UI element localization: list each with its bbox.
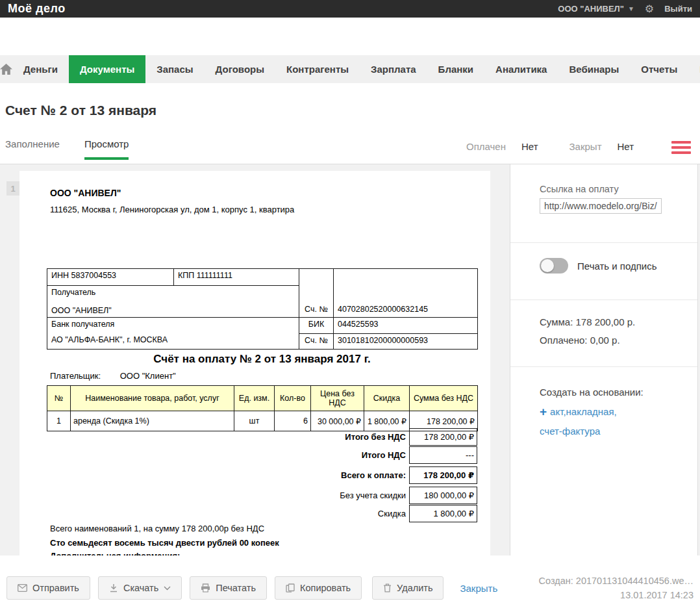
right-sidebar: Ссылка на оплату Печать и подпись Сумма:… bbox=[510, 164, 698, 555]
gear-icon[interactable]: ⚙ bbox=[645, 4, 654, 14]
total-label: Итого НДС bbox=[47, 446, 409, 464]
bik-label-cell: БИК bbox=[299, 318, 334, 334]
payer-name: ООО "Клиент" bbox=[120, 371, 176, 381]
nav-home-button[interactable] bbox=[0, 55, 12, 83]
account-number-cell: 40702802520000632145 bbox=[334, 269, 478, 318]
nav-item-dengi[interactable]: Деньги bbox=[12, 55, 69, 83]
close-link[interactable]: Закрыть bbox=[460, 583, 497, 594]
delete-button[interactable]: Удалить bbox=[372, 576, 444, 600]
chevron-down-icon bbox=[164, 586, 171, 591]
payer-label: Плательщик: bbox=[50, 371, 101, 381]
invoice-summary-line: Всего наименований 1, на сумму 178 200,0… bbox=[50, 524, 264, 533]
nav-item-blanki[interactable]: Бланки bbox=[427, 55, 484, 83]
app-root: Моё дело ООО "АНИВЕЛ" ▼ ⚙ Выйти Деньги Д… bbox=[0, 0, 700, 612]
total-value: 180 000,00 ₽ bbox=[409, 487, 477, 504]
total-row-no-vat: Итого без НДС 178 200,00 ₽ bbox=[47, 428, 477, 446]
col-qty: Кол-во bbox=[275, 386, 311, 411]
total-label: Всего к оплате: bbox=[47, 466, 409, 484]
invoice-additional-info: Дополнительная информация: bbox=[50, 551, 180, 555]
top-bar-right: ООО "АНИВЕЛ" ▼ ⚙ Выйти bbox=[558, 4, 692, 14]
invoice-amount-words: Сто семьдесят восемь тысяч двести рублей… bbox=[50, 538, 279, 548]
bank-details-table: ИНН 5837004553 КПП 111111111 Сч. № 40702… bbox=[47, 268, 478, 350]
download-icon bbox=[109, 583, 118, 593]
create-from-label: Создать на основании: bbox=[540, 387, 644, 398]
envelope-icon bbox=[18, 584, 27, 592]
nav-item-byuro[interactable]: Бюро bbox=[688, 55, 700, 83]
sidebar-divider bbox=[510, 366, 697, 367]
print-button[interactable]: Печатать bbox=[190, 576, 267, 600]
send-button[interactable]: Отправить bbox=[6, 576, 90, 600]
footer-bar: Отправить Скачать Печатать bbox=[0, 555, 700, 612]
nav-item-kontragenty[interactable]: Контрагенты bbox=[275, 55, 360, 83]
account-label-cell: Сч. № bbox=[299, 269, 334, 318]
download-button[interactable]: Скачать bbox=[98, 576, 182, 600]
kpp-cell: КПП 111111111 bbox=[174, 269, 299, 286]
nav-item-vebinary[interactable]: Вебинары bbox=[558, 55, 630, 83]
created-info: Создан: 201701131044410456.we… 13.01.201… bbox=[539, 574, 694, 602]
corr-label-cell: Сч. № bbox=[299, 334, 334, 350]
total-label: Без учета скидки bbox=[47, 487, 409, 504]
print-sign-toggle[interactable] bbox=[540, 258, 568, 274]
print-sign-label: Печать и подпись bbox=[577, 261, 657, 272]
total-value: --- bbox=[409, 446, 477, 464]
recipient-cell: Получатель ООО "АНИВЕЛ" bbox=[47, 286, 299, 318]
total-row-vat: Итого НДС --- bbox=[47, 446, 477, 464]
nav-item-dokumenty[interactable]: Документы bbox=[69, 55, 145, 83]
company-selector[interactable]: ООО "АНИВЕЛ" ▼ bbox=[558, 4, 634, 14]
app-logo[interactable]: Моё дело bbox=[8, 2, 66, 16]
status-bar: Оплачен Нет Закрыт Нет bbox=[466, 141, 634, 152]
nav-item-zapasy[interactable]: Запасы bbox=[145, 55, 204, 83]
tab-zapolnenie[interactable]: Заполнение bbox=[5, 138, 60, 160]
payment-link-input[interactable] bbox=[540, 198, 662, 214]
create-act-link[interactable]: +акт,накладная, bbox=[540, 405, 617, 419]
home-icon bbox=[0, 64, 12, 75]
plus-icon: + bbox=[540, 405, 547, 418]
copy-button[interactable]: Копировать bbox=[275, 576, 362, 600]
delete-button-label: Удалить bbox=[397, 583, 432, 593]
create-invoice-factura-link[interactable]: счет-фактура bbox=[540, 426, 600, 437]
nav-item-dogovory[interactable]: Договоры bbox=[205, 55, 275, 83]
bank-name: АО "АЛЬФА-БАНК", г. МОСКВА bbox=[51, 335, 295, 344]
total-value: 1 800,00 ₽ bbox=[409, 505, 477, 522]
col-discount: Скидка bbox=[364, 386, 410, 411]
menu-hamburger-icon[interactable] bbox=[671, 141, 691, 157]
total-row-discount: Скидка 1 800,00 ₽ bbox=[47, 505, 477, 522]
created-datetime: 13.01.2017 14:23 bbox=[539, 588, 694, 602]
items-header-row: № Наименование товара, работ, услуг Ед. … bbox=[47, 386, 478, 411]
invoice-company-name: ООО "АНИВЕЛ" bbox=[50, 188, 121, 198]
closed-status-label: Закрыт bbox=[569, 141, 602, 152]
recipient-name: ООО "АНИВЕЛ" bbox=[51, 306, 295, 315]
bank-cell: Банк получателя АО "АЛЬФА-БАНК", г. МОСК… bbox=[47, 318, 299, 350]
top-bar: Моё дело ООО "АНИВЕЛ" ▼ ⚙ Выйти bbox=[0, 0, 700, 18]
tab-prosmotr[interactable]: Просмотр bbox=[84, 138, 129, 160]
invoice-company-address: 111625, Москва г, Лениногорская ул, дом … bbox=[50, 205, 294, 214]
create-act-link-text: акт,накладная, bbox=[550, 406, 617, 417]
inn-cell: ИНН 5837004553 bbox=[47, 269, 174, 286]
sidebar-divider bbox=[510, 242, 697, 243]
content-area: 1 ООО "АНИВЕЛ" 111625, Москва г, Лениног… bbox=[0, 164, 700, 555]
corr-account-cell: 30101810200000000593 bbox=[334, 334, 478, 350]
page-number-badge: 1 bbox=[6, 181, 19, 196]
nav-item-zarplata[interactable]: Зарплата bbox=[360, 55, 427, 83]
invoice-title: Счёт на оплату № 2 от 13 января 2017 г. bbox=[47, 353, 477, 366]
col-sum: Сумма без НДС bbox=[410, 386, 478, 411]
main-nav: Деньги Документы Запасы Договоры Контраг… bbox=[0, 55, 700, 83]
sum-line: Сумма: 178 200,00 р. bbox=[540, 316, 635, 327]
logout-button[interactable]: Выйти bbox=[664, 4, 692, 14]
total-row-to-pay: Всего к оплате: 178 200,00 ₽ bbox=[47, 466, 477, 484]
nav-item-analitika[interactable]: Аналитика bbox=[484, 55, 558, 83]
bik-value-cell: 044525593 bbox=[334, 318, 478, 334]
paid-line: Оплачено: 0,00 р. bbox=[540, 335, 620, 346]
bank-label: Банк получателя bbox=[51, 320, 295, 329]
recipient-label: Получатель bbox=[51, 288, 295, 297]
doc-tabs: Заполнение Просмотр bbox=[5, 138, 129, 160]
paid-status-label: Оплачен bbox=[466, 141, 506, 152]
trash-icon bbox=[383, 583, 392, 593]
created-id: Создан: 201701131044410456.we… bbox=[539, 574, 694, 588]
nav-item-otchety[interactable]: Отчеты bbox=[630, 55, 688, 83]
send-button-label: Отправить bbox=[32, 583, 79, 593]
closed-status-value[interactable]: Нет bbox=[618, 141, 634, 152]
paid-status-value[interactable]: Нет bbox=[521, 141, 538, 152]
footer-buttons: Отправить Скачать Печатать bbox=[6, 574, 694, 602]
col-unit: Ед. изм. bbox=[234, 386, 275, 411]
